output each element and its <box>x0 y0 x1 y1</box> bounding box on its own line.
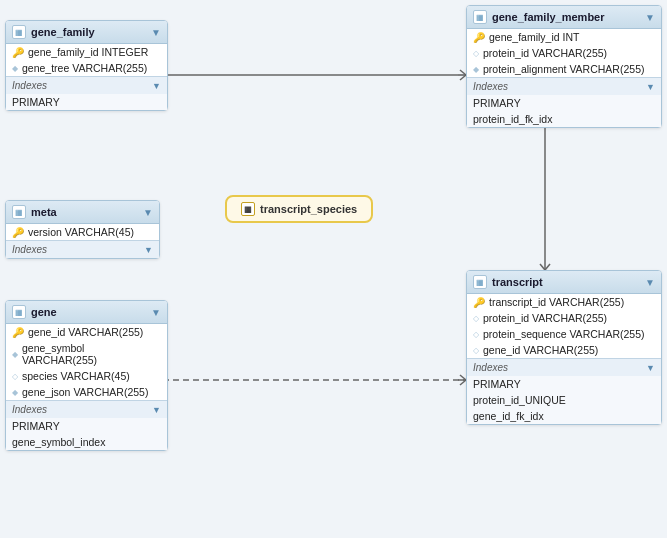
table-row: ◆ gene_symbol VARCHAR(255) <box>6 340 167 368</box>
table-row: 🔑 version VARCHAR(45) <box>6 224 159 240</box>
table-row: 🔑 gene_id VARCHAR(255) <box>6 324 167 340</box>
gene-family-member-header[interactable]: ▦ gene_family_member ▼ <box>467 6 661 29</box>
gene-family-member-title: gene_family_member <box>492 11 640 23</box>
col-text: version VARCHAR(45) <box>28 226 134 238</box>
table-row: ◇ protein_id VARCHAR(255) <box>467 45 661 61</box>
fk2-icon: ◇ <box>473 330 479 339</box>
indexes-toggle: ▼ <box>152 81 161 91</box>
index-row: PRIMARY <box>467 376 661 392</box>
indexes-label: Indexes <box>473 81 508 92</box>
col-text: gene_json VARCHAR(255) <box>22 386 148 398</box>
fk-icon: ◇ <box>12 372 18 381</box>
indexes-section[interactable]: Indexes ▼ <box>6 240 159 258</box>
indexes-section[interactable]: Indexes ▼ <box>6 76 167 94</box>
indexes-section[interactable]: Indexes ▼ <box>6 400 167 418</box>
table-row: ◇ protein_sequence VARCHAR(255) <box>467 326 661 342</box>
col-text: gene_symbol VARCHAR(255) <box>22 342 161 366</box>
table-row: 🔑 transcript_id VARCHAR(255) <box>467 294 661 310</box>
col-text: gene_tree VARCHAR(255) <box>22 62 147 74</box>
fk-icon: ◇ <box>473 314 479 323</box>
gene-table: ▦ gene ▼ 🔑 gene_id VARCHAR(255) ◆ gene_s… <box>5 300 168 451</box>
table-row: ◇ gene_id VARCHAR(255) <box>467 342 661 358</box>
indexes-label: Indexes <box>12 244 47 255</box>
index-row: gene_symbol_index <box>6 434 167 450</box>
gene-family-table: ▦ gene_family ▼ 🔑 gene_family_id INTEGER… <box>5 20 168 111</box>
meta-arrow: ▼ <box>143 207 153 218</box>
indexes-label: Indexes <box>12 80 47 91</box>
gene-family-title: gene_family <box>31 26 146 38</box>
col-text: gene_family_id INTEGER <box>28 46 148 58</box>
col-icon: ◆ <box>12 350 18 359</box>
fk-icon: ◇ <box>473 49 479 58</box>
col-text: species VARCHAR(45) <box>22 370 130 382</box>
transcript-header[interactable]: ▦ transcript ▼ <box>467 271 661 294</box>
gene-arrow: ▼ <box>151 307 161 318</box>
col-icon: ◆ <box>473 65 479 74</box>
indexes-section[interactable]: Indexes ▼ <box>467 358 661 376</box>
indexes-label: Indexes <box>473 362 508 373</box>
pk-icon: 🔑 <box>473 297 485 308</box>
table-icon: ▦ <box>473 275 487 289</box>
transcript-title: transcript <box>492 276 640 288</box>
gene-header[interactable]: ▦ gene ▼ <box>6 301 167 324</box>
table-icon: ▦ <box>12 305 26 319</box>
col-icon: ◆ <box>12 64 18 73</box>
meta-table: ▦ meta ▼ 🔑 version VARCHAR(45) Indexes ▼ <box>5 200 160 259</box>
col-text: gene_id VARCHAR(255) <box>28 326 143 338</box>
gene-family-arrow: ▼ <box>151 27 161 38</box>
indexes-toggle: ▼ <box>152 405 161 415</box>
floating-icon: ▦ <box>241 202 255 216</box>
col-text: transcript_id VARCHAR(255) <box>489 296 624 308</box>
col-text: gene_family_id INT <box>489 31 579 43</box>
table-row: ◆ protein_alignment VARCHAR(255) <box>467 61 661 77</box>
gene-family-member-arrow: ▼ <box>645 12 655 23</box>
indexes-label: Indexes <box>12 404 47 415</box>
indexes-toggle: ▼ <box>646 363 655 373</box>
col-icon: ◆ <box>12 388 18 397</box>
transcript-table: ▦ transcript ▼ 🔑 transcript_id VARCHAR(2… <box>466 270 662 425</box>
index-row: PRIMARY <box>6 94 167 110</box>
gene-family-member-table: ▦ gene_family_member ▼ 🔑 gene_family_id … <box>466 5 662 128</box>
col-text: gene_id VARCHAR(255) <box>483 344 598 356</box>
col-text: protein_alignment VARCHAR(255) <box>483 63 644 75</box>
transcript-species-table: ▦ transcript_species <box>225 195 373 223</box>
meta-title: meta <box>31 206 138 218</box>
meta-header[interactable]: ▦ meta ▼ <box>6 201 159 224</box>
table-row: 🔑 gene_family_id INTEGER <box>6 44 167 60</box>
index-row: protein_id_fk_idx <box>467 111 661 127</box>
indexes-toggle: ▼ <box>646 82 655 92</box>
indexes-toggle: ▼ <box>144 245 153 255</box>
fk-icon: ◇ <box>473 346 479 355</box>
gene-title: gene <box>31 306 146 318</box>
table-row: 🔑 gene_family_id INT <box>467 29 661 45</box>
index-row: PRIMARY <box>6 418 167 434</box>
transcript-species-name: transcript_species <box>260 203 357 215</box>
index-row: protein_id_UNIQUE <box>467 392 661 408</box>
indexes-section[interactable]: Indexes ▼ <box>467 77 661 95</box>
table-row: ◇ species VARCHAR(45) <box>6 368 167 384</box>
index-row: PRIMARY <box>467 95 661 111</box>
pk-icon: 🔑 <box>12 47 24 58</box>
col-text: protein_id VARCHAR(255) <box>483 312 607 324</box>
table-row: ◆ gene_tree VARCHAR(255) <box>6 60 167 76</box>
pk-icon: 🔑 <box>473 32 485 43</box>
table-row: ◆ gene_json VARCHAR(255) <box>6 384 167 400</box>
pk-icon: 🔑 <box>12 227 24 238</box>
table-icon: ▦ <box>12 25 26 39</box>
table-icon: ▦ <box>473 10 487 24</box>
col-text: protein_id VARCHAR(255) <box>483 47 607 59</box>
pk-icon: 🔑 <box>12 327 24 338</box>
index-row: gene_id_fk_idx <box>467 408 661 424</box>
table-row: ◇ protein_id VARCHAR(255) <box>467 310 661 326</box>
gene-family-header[interactable]: ▦ gene_family ▼ <box>6 21 167 44</box>
table-icon: ▦ <box>12 205 26 219</box>
col-text: protein_sequence VARCHAR(255) <box>483 328 644 340</box>
transcript-arrow: ▼ <box>645 277 655 288</box>
